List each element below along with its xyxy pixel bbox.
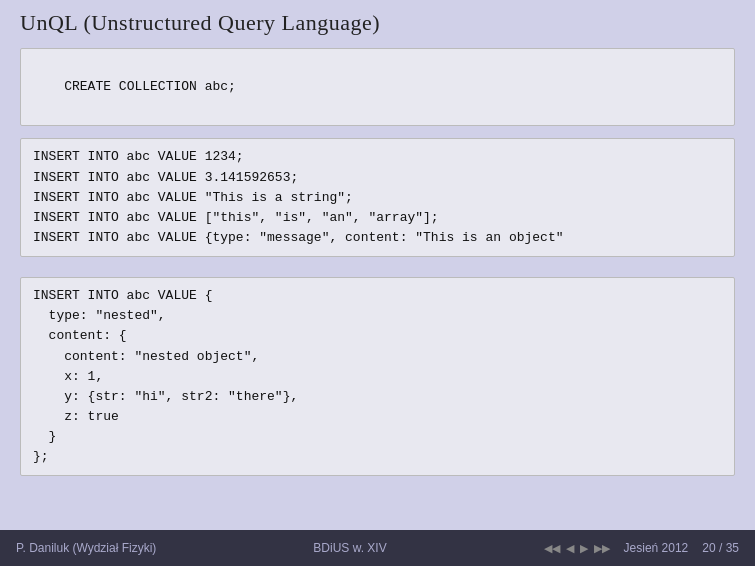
insert-line-5: INSERT INTO abc VALUE {type: "message", …: [33, 230, 564, 245]
nav-next[interactable]: ▶: [580, 542, 588, 555]
insert-block: INSERT INTO abc VALUE 1234; INSERT INTO …: [20, 138, 735, 257]
create-line: CREATE COLLECTION abc;: [64, 79, 236, 94]
create-block: CREATE COLLECTION abc;: [20, 48, 735, 126]
insert-line-3: INSERT INTO abc VALUE "This is a string"…: [33, 190, 353, 205]
nav-prev[interactable]: ◀: [566, 542, 574, 555]
insert-line-4: INSERT INTO abc VALUE ["this", "is", "an…: [33, 210, 439, 225]
footer-nav: ◀◀ ◀ ▶ ▶▶ Jesień 2012 20 / 35: [544, 541, 739, 555]
nav-next-far[interactable]: ▶▶: [594, 542, 610, 555]
insert-line-2: INSERT INTO abc VALUE 3.141592653;: [33, 170, 298, 185]
footer-author: P. Daniluk (Wydział Fizyki): [16, 541, 156, 555]
insert-line-1: INSERT INTO abc VALUE 1234;: [33, 149, 244, 164]
page-title: UnQL (Unstructured Query Language): [20, 10, 735, 36]
main-content: UnQL (Unstructured Query Language) CREAT…: [0, 0, 755, 530]
footer-page: 20 / 35: [702, 541, 739, 555]
footer: P. Daniluk (Wydział Fizyki) BDiUS w. XIV…: [0, 530, 755, 566]
footer-course: BDiUS w. XIV: [313, 541, 386, 555]
multi-insert-text: INSERT INTO abc VALUE { type: "nested", …: [33, 288, 298, 464]
multi-insert-block: INSERT INTO abc VALUE { type: "nested", …: [20, 277, 735, 476]
footer-date: Jesień 2012: [624, 541, 689, 555]
nav-prev-far[interactable]: ◀◀: [544, 542, 560, 555]
